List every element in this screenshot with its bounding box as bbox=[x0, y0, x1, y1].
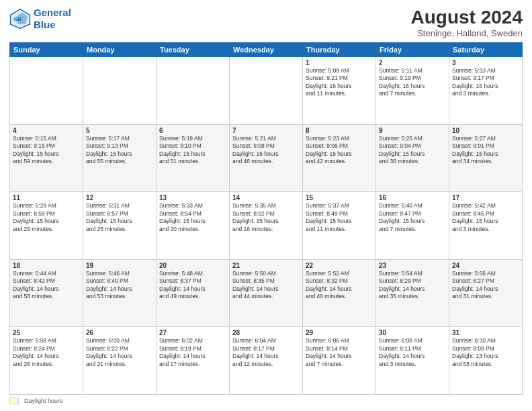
logo-icon: GB bbox=[9, 8, 31, 30]
calendar-cell: 6Sunrise: 5:19 AM Sunset: 9:10 PM Daylig… bbox=[157, 124, 230, 192]
day-detail: Sunrise: 5:42 AM Sunset: 8:45 PM Dayligh… bbox=[452, 202, 519, 233]
day-number: 10 bbox=[452, 127, 519, 134]
calendar-cell: 3Sunrise: 5:13 AM Sunset: 9:17 PM Daylig… bbox=[449, 57, 523, 125]
day-detail: Sunrise: 5:23 AM Sunset: 9:06 PM Dayligh… bbox=[306, 135, 373, 166]
calendar-header-row: Sunday Monday Tuesday Wednesday Thursday… bbox=[10, 43, 523, 57]
day-number: 23 bbox=[379, 262, 446, 269]
calendar-cell: 30Sunrise: 6:08 AM Sunset: 8:11 PM Dayli… bbox=[376, 327, 449, 395]
day-detail: Sunrise: 5:58 AM Sunset: 8:24 PM Dayligh… bbox=[13, 337, 80, 368]
day-detail: Sunrise: 5:17 AM Sunset: 9:13 PM Dayligh… bbox=[86, 135, 153, 166]
calendar-cell: 21Sunrise: 5:50 AM Sunset: 8:35 PM Dayli… bbox=[230, 259, 303, 327]
col-wednesday: Wednesday bbox=[230, 43, 303, 57]
calendar-cell bbox=[10, 57, 83, 125]
calendar-cell: 10Sunrise: 5:27 AM Sunset: 9:01 PM Dayli… bbox=[449, 124, 523, 192]
day-number: 6 bbox=[159, 127, 226, 134]
calendar-cell: 28Sunrise: 6:04 AM Sunset: 8:17 PM Dayli… bbox=[230, 327, 303, 395]
calendar-cell: 22Sunrise: 5:52 AM Sunset: 8:32 PM Dayli… bbox=[303, 259, 376, 327]
day-number: 11 bbox=[13, 194, 80, 201]
day-number: 22 bbox=[306, 262, 373, 269]
day-detail: Sunrise: 5:52 AM Sunset: 8:32 PM Dayligh… bbox=[306, 270, 373, 301]
day-detail: Sunrise: 6:04 AM Sunset: 8:17 PM Dayligh… bbox=[232, 337, 300, 368]
calendar-cell: 8Sunrise: 5:23 AM Sunset: 9:06 PM Daylig… bbox=[303, 124, 376, 192]
day-number: 17 bbox=[452, 194, 519, 201]
day-number: 29 bbox=[306, 329, 373, 336]
day-number: 3 bbox=[452, 59, 519, 66]
day-detail: Sunrise: 6:10 AM Sunset: 8:09 PM Dayligh… bbox=[452, 337, 519, 368]
calendar-cell: 16Sunrise: 5:40 AM Sunset: 8:47 PM Dayli… bbox=[376, 192, 449, 260]
calendar-cell: 12Sunrise: 5:31 AM Sunset: 8:57 PM Dayli… bbox=[83, 192, 157, 260]
day-number: 7 bbox=[232, 127, 300, 134]
day-number: 14 bbox=[232, 194, 300, 201]
calendar-cell: 7Sunrise: 5:21 AM Sunset: 9:08 PM Daylig… bbox=[230, 124, 303, 192]
location: Steninge, Halland, Sweden bbox=[411, 28, 523, 38]
day-detail: Sunrise: 5:46 AM Sunset: 8:40 PM Dayligh… bbox=[86, 270, 153, 301]
day-number: 12 bbox=[86, 194, 153, 201]
day-detail: Sunrise: 5:50 AM Sunset: 8:35 PM Dayligh… bbox=[232, 270, 300, 301]
calendar-cell: 26Sunrise: 6:00 AM Sunset: 8:22 PM Dayli… bbox=[83, 327, 157, 395]
daylight-label: Daylight hours bbox=[24, 398, 63, 404]
day-detail: Sunrise: 5:48 AM Sunset: 8:37 PM Dayligh… bbox=[159, 270, 226, 301]
day-number: 2 bbox=[379, 59, 446, 66]
day-number: 16 bbox=[379, 194, 446, 201]
calendar-cell: 9Sunrise: 5:25 AM Sunset: 9:04 PM Daylig… bbox=[376, 124, 449, 192]
day-detail: Sunrise: 6:02 AM Sunset: 8:19 PM Dayligh… bbox=[159, 337, 226, 368]
calendar-cell: 24Sunrise: 5:56 AM Sunset: 8:27 PM Dayli… bbox=[449, 259, 523, 327]
day-number: 20 bbox=[159, 262, 226, 269]
col-friday: Friday bbox=[376, 43, 449, 57]
calendar-cell: 23Sunrise: 5:54 AM Sunset: 8:29 PM Dayli… bbox=[376, 259, 449, 327]
day-detail: Sunrise: 5:19 AM Sunset: 9:10 PM Dayligh… bbox=[159, 135, 226, 166]
calendar-cell: 18Sunrise: 5:44 AM Sunset: 8:42 PM Dayli… bbox=[10, 259, 83, 327]
svg-text:GB: GB bbox=[13, 16, 21, 22]
calendar-week-row-4: 25Sunrise: 5:58 AM Sunset: 8:24 PM Dayli… bbox=[10, 327, 523, 395]
calendar-week-row-1: 4Sunrise: 5:15 AM Sunset: 9:15 PM Daylig… bbox=[10, 124, 523, 192]
logo-blue: Blue bbox=[34, 19, 56, 30]
day-detail: Sunrise: 6:00 AM Sunset: 8:22 PM Dayligh… bbox=[86, 337, 153, 368]
day-number: 13 bbox=[159, 194, 226, 201]
day-detail: Sunrise: 5:09 AM Sunset: 9:21 PM Dayligh… bbox=[306, 67, 373, 98]
logo-text: General Blue bbox=[34, 7, 71, 31]
day-number: 9 bbox=[379, 127, 446, 134]
day-detail: Sunrise: 6:06 AM Sunset: 8:14 PM Dayligh… bbox=[306, 337, 373, 368]
day-detail: Sunrise: 5:21 AM Sunset: 9:08 PM Dayligh… bbox=[232, 135, 300, 166]
calendar-week-row-0: 1Sunrise: 5:09 AM Sunset: 9:21 PM Daylig… bbox=[10, 57, 523, 125]
day-number: 21 bbox=[232, 262, 300, 269]
day-detail: Sunrise: 5:13 AM Sunset: 9:17 PM Dayligh… bbox=[452, 67, 519, 98]
day-number: 5 bbox=[86, 127, 153, 134]
day-number: 31 bbox=[452, 329, 519, 336]
day-number: 4 bbox=[13, 127, 80, 134]
month-year: August 2024 bbox=[411, 7, 523, 28]
day-detail: Sunrise: 5:44 AM Sunset: 8:42 PM Dayligh… bbox=[13, 270, 80, 301]
col-thursday: Thursday bbox=[303, 43, 376, 57]
daylight-swatch bbox=[9, 398, 19, 404]
day-number: 27 bbox=[159, 329, 226, 336]
day-detail: Sunrise: 6:08 AM Sunset: 8:11 PM Dayligh… bbox=[379, 337, 446, 368]
calendar-cell: 1Sunrise: 5:09 AM Sunset: 9:21 PM Daylig… bbox=[303, 57, 376, 125]
day-detail: Sunrise: 5:35 AM Sunset: 8:52 PM Dayligh… bbox=[232, 202, 300, 233]
page: GB General Blue August 2024 Steninge, Ha… bbox=[0, 0, 532, 411]
col-saturday: Saturday bbox=[449, 43, 523, 57]
calendar-cell: 31Sunrise: 6:10 AM Sunset: 8:09 PM Dayli… bbox=[449, 327, 523, 395]
day-detail: Sunrise: 5:29 AM Sunset: 8:59 PM Dayligh… bbox=[13, 202, 80, 233]
calendar-cell bbox=[230, 57, 303, 125]
logo: GB General Blue bbox=[9, 7, 71, 31]
calendar-week-row-3: 18Sunrise: 5:44 AM Sunset: 8:42 PM Dayli… bbox=[10, 259, 523, 327]
calendar-cell: 5Sunrise: 5:17 AM Sunset: 9:13 PM Daylig… bbox=[83, 124, 157, 192]
calendar-cell: 2Sunrise: 5:11 AM Sunset: 9:19 PM Daylig… bbox=[376, 57, 449, 125]
calendar-cell bbox=[157, 57, 230, 125]
day-detail: Sunrise: 5:37 AM Sunset: 8:49 PM Dayligh… bbox=[306, 202, 373, 233]
day-number: 1 bbox=[306, 59, 373, 66]
footer-bar: Daylight hours bbox=[9, 398, 523, 404]
logo-general: General bbox=[34, 7, 71, 18]
col-tuesday: Tuesday bbox=[157, 43, 230, 57]
calendar-cell: 27Sunrise: 6:02 AM Sunset: 8:19 PM Dayli… bbox=[157, 327, 230, 395]
col-sunday: Sunday bbox=[10, 43, 83, 57]
day-number: 15 bbox=[306, 194, 373, 201]
day-number: 24 bbox=[452, 262, 519, 269]
day-number: 18 bbox=[13, 262, 80, 269]
day-number: 26 bbox=[86, 329, 153, 336]
day-detail: Sunrise: 5:40 AM Sunset: 8:47 PM Dayligh… bbox=[379, 202, 446, 233]
calendar-cell: 11Sunrise: 5:29 AM Sunset: 8:59 PM Dayli… bbox=[10, 192, 83, 260]
calendar-cell: 4Sunrise: 5:15 AM Sunset: 9:15 PM Daylig… bbox=[10, 124, 83, 192]
calendar-cell: 20Sunrise: 5:48 AM Sunset: 8:37 PM Dayli… bbox=[157, 259, 230, 327]
day-detail: Sunrise: 5:54 AM Sunset: 8:29 PM Dayligh… bbox=[379, 270, 446, 301]
